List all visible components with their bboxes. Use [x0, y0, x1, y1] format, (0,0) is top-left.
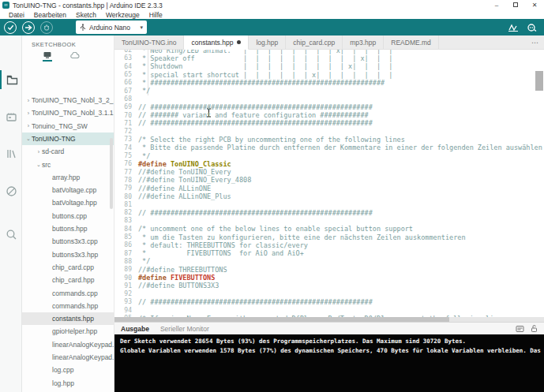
panel-tab-serieller-monitor[interactable]: Serieller Monitor: [160, 325, 209, 333]
tree-item-gpiohelper-hpp[interactable]: gpioHelper.hpp: [22, 325, 114, 338]
maximize-button[interactable]: [506, 0, 525, 10]
cloud-sketchbook-tab[interactable]: [69, 50, 80, 62]
lock-icon[interactable]: [531, 324, 538, 333]
tree-item-log-hpp[interactable]: log.hpp: [22, 377, 114, 390]
sidebar-item-boards-manager[interactable]: [0, 107, 22, 126]
sidebar-item-search[interactable]: [0, 225, 22, 244]
code-line-67[interactable]: 67 */: [114, 87, 544, 95]
window-controls: – ✕: [487, 0, 544, 10]
code-line-74[interactable]: 74 * Bitte die passende Platine durch en…: [114, 144, 544, 151]
editor-tab[interactable]: mp3.hpp: [343, 35, 384, 49]
tree-item-tonuino-tng-nobl-3-2-[interactable]: ›TonUINO_TNG_Nobl_3_2_...: [22, 94, 114, 106]
tree-item-tonuino-tng-sw[interactable]: ›Tonuino_TNG_SW: [22, 120, 114, 133]
sidebar-item-sketchbook[interactable]: [0, 70, 22, 89]
tree-item-linearanalogkeypad-h[interactable]: linearAnalogKeypad.h: [22, 351, 114, 364]
editor-tab[interactable]: log.hpp: [249, 35, 286, 49]
code-line-88[interactable]: 88 */: [114, 257, 544, 265]
code-text: * ######################################…: [138, 79, 385, 87]
line-number: 79: [114, 185, 138, 192]
tree-item-chip-card-cpp[interactable]: chip_card.cpp: [22, 261, 114, 274]
horizontal-scrollbar[interactable]: [114, 317, 544, 322]
code-line-71[interactable]: 71// ###################################…: [114, 119, 544, 127]
editor-tab[interactable]: TonUINO-TNG.ino: [114, 35, 184, 49]
code-line-93[interactable]: 93// ###################################…: [114, 298, 544, 306]
code-line-90[interactable]: 90#define FIVEBUTTONS: [114, 274, 544, 282]
code-line-72[interactable]: 72: [114, 128, 544, 136]
menu-item-bearbeiten[interactable]: Bearbeiten: [29, 11, 71, 19]
code-line-83[interactable]: 83: [114, 217, 544, 225]
verify-button[interactable]: [4, 21, 17, 34]
tree-item-buttons3x3-hpp[interactable]: buttons3x3.hpp: [22, 248, 114, 261]
tree-item-buttons-cpp[interactable]: buttons.cpp: [22, 210, 114, 222]
tree-item-constants-hpp[interactable]: constants.hpp: [22, 312, 114, 325]
code-line-84[interactable]: 84/* uncomment one of the below lines to…: [114, 225, 544, 233]
code-line-94[interactable]: 94: [114, 306, 544, 314]
sidebar-item-library-manager[interactable]: [0, 144, 22, 163]
tree-item-chip-card-hpp[interactable]: chip_card.hpp: [22, 274, 114, 286]
tree-item-src[interactable]: ⌄src: [22, 159, 114, 171]
tree-item-tonuino-tng-nobl-3-1-1-[interactable]: ›TonUINO_TNG_Nobl_3.1.1...: [22, 106, 114, 119]
code-line-73[interactable]: 73/* Select the right PCB by uncommentin…: [114, 136, 544, 144]
code-line-75[interactable]: 75 */: [114, 151, 544, 159]
tree-item-buttons3x3-cpp[interactable]: buttons3x3.cpp: [22, 235, 114, 248]
menu-item-werkzeuge[interactable]: Werkzeuge: [101, 11, 144, 19]
code-line-63[interactable]: 63 * Speaker off | | | | | | | | | | x| …: [114, 54, 544, 62]
editor-tab[interactable]: chip_card.cpp: [286, 35, 343, 49]
board-label: Arduino Nano: [89, 24, 137, 32]
minimize-button[interactable]: –: [487, 0, 506, 10]
tree-item-commands-hpp[interactable]: commands.hpp: [22, 300, 114, 312]
code-line-68[interactable]: 68: [114, 95, 544, 103]
clear-output-icon[interactable]: [516, 325, 524, 333]
code-text: #define FIVEBUTTONS: [138, 274, 215, 282]
code-line-76[interactable]: 76#define TonUINO_Classic: [114, 160, 544, 168]
tree-item-buttons-hpp[interactable]: buttons.hpp: [22, 222, 114, 235]
serial-monitor-icon[interactable]: [527, 23, 538, 32]
code-line-86[interactable]: 86 * default: THREEBUTTONS for classic/e…: [114, 241, 544, 249]
editor-tab[interactable]: constants.hpp: [184, 35, 249, 50]
code-line-66[interactable]: 66 * ###################################…: [114, 79, 544, 87]
menu-item-datei[interactable]: Datei: [4, 11, 29, 19]
code-line-82[interactable]: 82// ###################################…: [114, 209, 544, 217]
tree-item-tonuino-tng[interactable]: ⌄TonUINO-TNG: [22, 133, 114, 145]
code-line-79[interactable]: 79//#define ALLinONE: [114, 185, 544, 192]
tree-item-linearanalogkeypad-cpp[interactable]: linearAnalogKeypad.cpp: [22, 338, 114, 351]
board-selector[interactable]: Arduino Nano ▾: [76, 21, 147, 34]
upload-button[interactable]: [22, 21, 35, 34]
serial-plotter-icon[interactable]: [508, 23, 519, 32]
tree-item-batvoltage-cpp[interactable]: batVoltage.cpp: [22, 184, 114, 196]
code-line-65[interactable]: 65 * special start shortcut | | | | | | …: [114, 70, 544, 78]
line-number: 90: [114, 274, 138, 282]
local-sketchbook-tab[interactable]: [43, 50, 52, 62]
code-line-85[interactable]: 85 * um die Tasten zu konfigurieren, bit…: [114, 233, 544, 241]
code-line-78[interactable]: 78//#define TonUINO_Every_4808: [114, 176, 544, 184]
code-line-89[interactable]: 89//#define THREEBUTTONS: [114, 266, 544, 274]
tree-item-sd-card[interactable]: ›sd-card: [22, 145, 114, 158]
code-line-77[interactable]: 77//#define TonUINO_Every: [114, 168, 544, 176]
code-line-87[interactable]: 87 * FIVEBUTTONS for AiO and AiO+: [114, 249, 544, 257]
more-tabs-button[interactable]: ⋯: [531, 35, 539, 50]
editor-area: TonUINO-TNG.inoconstants.hpplog.hppchip_…: [114, 35, 544, 392]
code-line-80[interactable]: 80//#define ALLinONE_Plus: [114, 192, 544, 200]
tree-item-log-cpp[interactable]: log.cpp: [22, 364, 114, 376]
tree-item-array-hpp[interactable]: array.hpp: [22, 171, 114, 184]
menu-item-hilfe[interactable]: Hilfe: [144, 11, 167, 19]
bottom-panel-header: AusgabeSerieller Monitor: [114, 322, 544, 334]
sidebar-item-debug[interactable]: [0, 181, 22, 200]
menu-item-sketch[interactable]: Sketch: [71, 11, 101, 19]
code-line-64[interactable]: 64 * Shutdown | | | | | | | | | x| | | |: [114, 62, 544, 70]
code-line-91[interactable]: 91//#define BUTTONS3X3: [114, 282, 544, 289]
panel-tab-ausgabe[interactable]: Ausgabe: [121, 325, 149, 333]
code-line-70[interactable]: 70// ####### variant and feature configu…: [114, 111, 544, 119]
tree-item-batvoltage-hpp[interactable]: batVoltage.hpp: [22, 196, 114, 209]
code-line-92[interactable]: 92: [114, 290, 544, 298]
editor-tab[interactable]: README.md: [384, 35, 439, 49]
tree-item-commands-cpp[interactable]: commands.cpp: [22, 287, 114, 300]
close-button[interactable]: ✕: [525, 0, 544, 10]
code-editor[interactable]: 62 * Neo Ring/LED animat. | | | | | | | …: [114, 50, 544, 317]
line-number: 73: [114, 136, 138, 143]
horizontal-scrollbar-thumb[interactable]: [114, 317, 449, 322]
code-line-81[interactable]: 81: [114, 200, 544, 208]
code-line-69[interactable]: 69// ###################################…: [114, 103, 544, 111]
debug-button[interactable]: [40, 21, 53, 34]
sidebar-scrollbar[interactable]: [110, 138, 113, 209]
